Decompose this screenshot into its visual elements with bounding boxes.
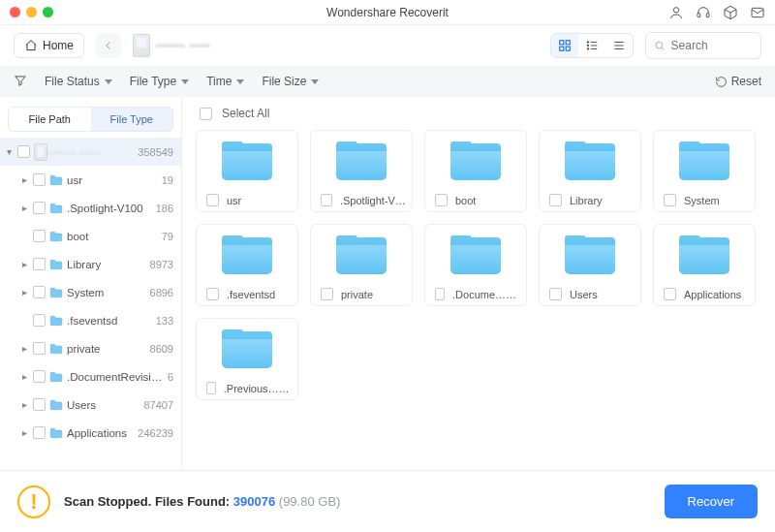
reset-button[interactable]: Reset (715, 75, 761, 88)
tile-checkbox[interactable] (321, 288, 333, 300)
tree-item[interactable]: ▾······· ·····358549 (0, 138, 181, 166)
folder-tile[interactable]: .Previous…ormation (196, 318, 298, 400)
chevron-right-icon[interactable]: ▸ (19, 371, 29, 382)
tab-file-path[interactable]: File Path (9, 108, 91, 131)
tile-checkbox[interactable] (206, 382, 216, 394)
tile-checkbox[interactable] (435, 194, 448, 206)
tile-checkbox[interactable] (435, 288, 445, 300)
tree-label: Applications (67, 427, 134, 439)
folder-tile[interactable]: .fseventsd (196, 224, 298, 306)
tree-checkbox[interactable] (33, 173, 46, 186)
tree-item[interactable]: ▸Applications246239 (0, 419, 181, 447)
tree-item[interactable]: ▸.fseventsd133 (0, 306, 181, 334)
tile-checkbox[interactable] (206, 194, 219, 206)
chevron-right-icon[interactable]: ▸ (19, 343, 29, 354)
tree-count: 8973 (150, 259, 173, 270)
folder-icon (450, 235, 501, 274)
filter-file-size[interactable]: File Size (262, 75, 319, 88)
close-window[interactable] (10, 7, 20, 17)
home-icon (24, 39, 38, 52)
tile-checkbox[interactable] (206, 288, 219, 300)
search-input[interactable] (671, 39, 753, 52)
tree-checkbox[interactable] (33, 398, 46, 411)
folder-tile[interactable]: private (310, 224, 413, 306)
folder-icon (49, 399, 63, 411)
chevron-right-icon[interactable]: ▾ (4, 146, 14, 157)
tree-checkbox[interactable] (33, 426, 46, 439)
home-button[interactable]: Home (14, 33, 84, 58)
tree-item[interactable]: ▸private8609 (0, 334, 181, 362)
filter-file-type[interactable]: File Type (130, 75, 189, 88)
tree-item[interactable]: ▸.DocumentRevision…6 (0, 362, 181, 391)
search-box[interactable] (645, 32, 761, 59)
maximize-window[interactable] (43, 7, 53, 17)
folder-tile[interactable]: System (653, 130, 756, 212)
folder-tile[interactable]: Users (539, 224, 641, 306)
chevron-right-icon[interactable]: ▸ (19, 287, 29, 297)
folder-tile[interactable]: .Docume…ns-V100 (424, 224, 527, 306)
support-icon[interactable] (696, 5, 711, 20)
filter-time[interactable]: Time (206, 75, 244, 88)
view-details[interactable] (605, 34, 633, 57)
svg-point-8 (587, 42, 588, 43)
chevron-right-icon[interactable]: ▸ (19, 259, 29, 269)
tree-item[interactable]: ▸Library8973 (0, 250, 181, 278)
view-grid[interactable] (551, 34, 578, 57)
account-icon[interactable] (668, 5, 684, 20)
sidebar-tree[interactable]: ▾······· ·····358549▸usr19▸.Spotlight-V1… (0, 138, 181, 470)
tree-checkbox[interactable] (33, 286, 46, 298)
tile-grid: usr.Spotlight-V100bootLibrarySystem.fsev… (196, 130, 761, 400)
chevron-right-icon[interactable]: ▸ (19, 174, 29, 185)
tree-checkbox[interactable] (33, 258, 46, 270)
tile-checkbox[interactable] (321, 194, 332, 206)
view-list[interactable] (578, 34, 605, 57)
tile-name: Library (570, 195, 603, 206)
folder-tile[interactable]: usr (196, 130, 298, 212)
select-all-label: Select All (222, 107, 269, 120)
reset-icon (715, 76, 728, 88)
tree-checkbox[interactable] (33, 370, 46, 383)
filter-icon[interactable] (14, 74, 27, 90)
folder-icon (49, 203, 63, 214)
tree-checkbox[interactable] (33, 202, 46, 214)
chevron-right-icon[interactable]: ▸ (19, 203, 29, 213)
tree-checkbox[interactable] (33, 342, 46, 355)
tree-item[interactable]: ▸.Spotlight-V100186 (0, 194, 181, 222)
tile-checkbox[interactable] (549, 288, 562, 300)
warning-icon: ! (17, 485, 50, 518)
tree-checkbox[interactable] (33, 314, 46, 327)
tile-checkbox[interactable] (664, 194, 676, 206)
folder-tile[interactable]: .Spotlight-V100 (310, 130, 413, 212)
main: File Path File Type ▾······· ·····358549… (0, 97, 775, 470)
tree-item[interactable]: ▸boot79 (0, 222, 181, 250)
back-button[interactable] (96, 33, 121, 58)
tree-label: .fseventsd (67, 315, 152, 327)
chevron-right-icon[interactable]: ▸ (19, 427, 29, 438)
tree-label: ······· ····· (47, 146, 134, 158)
minimize-window[interactable] (26, 7, 37, 17)
tree-checkbox[interactable] (33, 230, 46, 242)
folder-tile[interactable]: Library (539, 130, 641, 212)
folder-tile[interactable]: boot (424, 130, 527, 212)
folder-tile[interactable]: Applications (653, 224, 756, 306)
tree-count: 6 (168, 371, 173, 383)
tree-item[interactable]: ▸usr19 (0, 166, 181, 194)
tab-file-type[interactable]: File Type (91, 108, 173, 131)
feedback-icon[interactable] (750, 5, 765, 20)
tile-name: boot (455, 195, 476, 206)
package-icon[interactable] (723, 5, 738, 20)
recover-button[interactable]: Recover (665, 485, 758, 518)
content-area: Select All usr.Spotlight-V100bootLibrary… (182, 97, 775, 470)
select-all-row[interactable]: Select All (196, 107, 761, 120)
tree-item[interactable]: ▸Users87407 (0, 391, 181, 419)
select-all-checkbox[interactable] (200, 108, 212, 120)
tree-checkbox[interactable] (17, 145, 30, 158)
filter-file-status[interactable]: File Status (45, 75, 112, 88)
tree-item[interactable]: ▸System6896 (0, 278, 181, 306)
svg-rect-2 (706, 13, 709, 16)
tile-checkbox[interactable] (664, 288, 676, 300)
tree-label: .Spotlight-V100 (67, 203, 152, 214)
tile-name: .Previous…ormation (224, 383, 292, 394)
tile-checkbox[interactable] (549, 194, 562, 206)
chevron-right-icon[interactable]: ▸ (19, 399, 29, 410)
